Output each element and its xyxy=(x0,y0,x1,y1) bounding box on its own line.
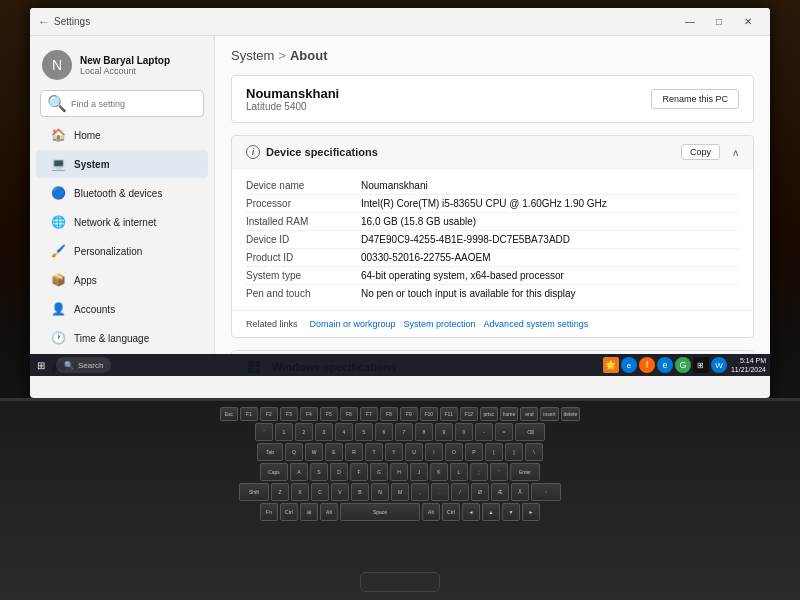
touchpad[interactable] xyxy=(360,572,440,592)
key-y[interactable]: Y xyxy=(385,443,403,461)
key-g[interactable]: G xyxy=(370,463,388,481)
key-t[interactable]: T xyxy=(365,443,383,461)
key-u[interactable]: U xyxy=(405,443,423,461)
key-comma[interactable]: , xyxy=(411,483,429,501)
taskbar-app-icon-7[interactable]: W xyxy=(711,357,727,373)
key-9[interactable]: 9 xyxy=(435,423,453,441)
collapse-device-specs-icon[interactable]: ∧ xyxy=(732,147,739,158)
key-c[interactable]: C xyxy=(311,483,329,501)
rename-pc-button[interactable]: Rename this PC xyxy=(651,89,739,109)
taskbar-search[interactable]: 🔍 Search xyxy=(56,357,111,373)
key-fn[interactable]: Fn xyxy=(260,503,278,521)
sidebar-item-time[interactable]: 🕐Time & language xyxy=(36,324,208,352)
key-x[interactable]: X xyxy=(291,483,309,501)
key-semicolon[interactable]: ; xyxy=(470,463,488,481)
key-end[interactable]: end xyxy=(520,407,538,421)
key-period[interactable]: . xyxy=(431,483,449,501)
key-i[interactable]: I xyxy=(425,443,443,461)
search-input[interactable] xyxy=(71,99,197,109)
sidebar-item-network[interactable]: 🌐Network & internet xyxy=(36,208,208,236)
key-p[interactable]: P xyxy=(465,443,483,461)
key-f9[interactable]: F9 xyxy=(400,407,418,421)
key-2[interactable]: 2 xyxy=(295,423,313,441)
taskbar-app-icon-5[interactable]: G xyxy=(675,357,691,373)
key-0[interactable]: 0 xyxy=(455,423,473,441)
key-oslash[interactable]: Ø xyxy=(471,483,489,501)
key-k[interactable]: K xyxy=(430,463,448,481)
key-m[interactable]: M xyxy=(391,483,409,501)
key-prtsc[interactable]: prtsc xyxy=(480,407,498,421)
key-r[interactable]: R xyxy=(345,443,363,461)
key-e[interactable]: E xyxy=(325,443,343,461)
sidebar-item-personalization[interactable]: 🖌️Personalization xyxy=(36,237,208,265)
key-f8[interactable]: F8 xyxy=(380,407,398,421)
key-b[interactable]: B xyxy=(351,483,369,501)
key-lbracket[interactable]: [ xyxy=(485,443,503,461)
key-n[interactable]: N xyxy=(371,483,389,501)
key-7[interactable]: 7 xyxy=(395,423,413,441)
key-f3[interactable]: F3 xyxy=(280,407,298,421)
key-shift-right[interactable]: ↑ xyxy=(531,483,561,501)
key-enter[interactable]: Enter xyxy=(510,463,540,481)
key-w[interactable]: W xyxy=(305,443,323,461)
key-f1[interactable]: F1 xyxy=(240,407,258,421)
key-3[interactable]: 3 xyxy=(315,423,333,441)
maximize-button[interactable]: □ xyxy=(705,11,733,33)
key-caps[interactable]: Caps xyxy=(260,463,288,481)
key-j[interactable]: J xyxy=(410,463,428,481)
sidebar-item-system[interactable]: 💻System xyxy=(36,150,208,178)
key-s[interactable]: S xyxy=(310,463,328,481)
key-minus[interactable]: - xyxy=(475,423,493,441)
key-shift-left[interactable]: Shift xyxy=(239,483,269,501)
key-f11[interactable]: F11 xyxy=(440,407,458,421)
key-q[interactable]: Q xyxy=(285,443,303,461)
system-protection-link[interactable]: System protection xyxy=(404,319,476,329)
key-f4[interactable]: F4 xyxy=(300,407,318,421)
taskbar-app-icon-6[interactable]: ⊞ xyxy=(693,357,709,373)
key-alt-left[interactable]: Alt xyxy=(320,503,338,521)
taskbar-app-icon-2[interactable]: e xyxy=(621,357,637,373)
key-equals[interactable]: = xyxy=(495,423,513,441)
key-a[interactable]: A xyxy=(290,463,308,481)
taskbar-app-icon-1[interactable]: 🌟 xyxy=(603,357,619,373)
key-6[interactable]: 6 xyxy=(375,423,393,441)
key-8[interactable]: 8 xyxy=(415,423,433,441)
key-5[interactable]: 5 xyxy=(355,423,373,441)
key-alt-right[interactable]: Alt xyxy=(422,503,440,521)
key-arrow-left[interactable]: ◄ xyxy=(462,503,480,521)
taskbar-app-icon-3[interactable]: f xyxy=(639,357,655,373)
key-f7[interactable]: F7 xyxy=(360,407,378,421)
key-h[interactable]: H xyxy=(390,463,408,481)
key-ae[interactable]: Æ xyxy=(491,483,509,501)
key-quote[interactable]: ' xyxy=(490,463,508,481)
search-box[interactable]: 🔍 xyxy=(40,90,204,117)
advanced-system-settings-link[interactable]: Advanced system settings xyxy=(484,319,589,329)
key-v[interactable]: V xyxy=(331,483,349,501)
sidebar-item-home[interactable]: 🏠Home xyxy=(36,121,208,149)
key-esc[interactable]: Esc xyxy=(220,407,238,421)
key-win[interactable]: ⊞ xyxy=(300,503,318,521)
key-arrow-up[interactable]: ▲ xyxy=(482,503,500,521)
key-f2[interactable]: F2 xyxy=(260,407,278,421)
key-arrow-right[interactable]: ► xyxy=(522,503,540,521)
close-button[interactable]: ✕ xyxy=(734,11,762,33)
key-aring[interactable]: Å xyxy=(511,483,529,501)
key-rbracket[interactable]: ] xyxy=(505,443,523,461)
key-f12[interactable]: F12 xyxy=(460,407,478,421)
key-f[interactable]: F xyxy=(350,463,368,481)
key-home[interactable]: home xyxy=(500,407,519,421)
key-l[interactable]: L xyxy=(450,463,468,481)
start-button[interactable]: ⊞ xyxy=(30,354,52,376)
key-d[interactable]: D xyxy=(330,463,348,481)
key-arrow-down[interactable]: ▼ xyxy=(502,503,520,521)
key-ctrl-right[interactable]: Ctrl xyxy=(442,503,460,521)
key-1[interactable]: 1 xyxy=(275,423,293,441)
key-f5[interactable]: F5 xyxy=(320,407,338,421)
sidebar-item-accounts[interactable]: 👤Accounts xyxy=(36,295,208,323)
key-delete[interactable]: delete xyxy=(561,407,581,421)
key-4[interactable]: 4 xyxy=(335,423,353,441)
minimize-button[interactable]: — xyxy=(676,11,704,33)
domain-workgroup-link[interactable]: Domain or workgroup xyxy=(310,319,396,329)
key-slash[interactable]: / xyxy=(451,483,469,501)
key-tab[interactable]: Tab xyxy=(257,443,283,461)
